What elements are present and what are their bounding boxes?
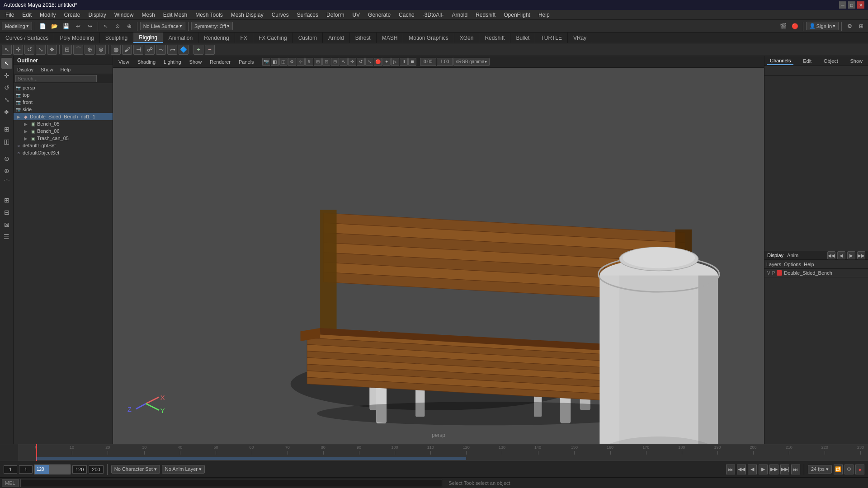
rotate-tool[interactable]: ↺ xyxy=(1,82,12,93)
layers-opt-help[interactable]: Help xyxy=(804,262,814,267)
snap-point-icon[interactable]: ⊕ xyxy=(85,45,94,55)
menu-modify[interactable]: Modify xyxy=(36,11,59,19)
vp-ortho-btn[interactable]: ◫ xyxy=(279,58,288,66)
playback-last-btn[interactable]: ⏭ xyxy=(791,465,800,474)
tab-custom[interactable]: Custom xyxy=(293,33,323,43)
outliner-menu-show[interactable]: Show xyxy=(39,66,55,73)
menu-edit[interactable]: Edit xyxy=(19,11,35,19)
save-btn[interactable]: 💾 xyxy=(61,21,71,31)
fps-dropdown[interactable]: 24 fps ▾ xyxy=(808,465,832,474)
timeline-track[interactable]: 0 10 20 30 40 50 60 70 80 90 1 xyxy=(18,444,868,461)
range-slider[interactable]: 120 xyxy=(34,465,71,474)
vp-bookmark-btn[interactable]: ⊹ xyxy=(297,58,305,66)
vp-ipr-btn[interactable]: ▷ xyxy=(391,58,399,66)
start-frame-display[interactable]: 1 xyxy=(19,465,33,474)
tab-bifrost[interactable]: Bifrost xyxy=(350,33,377,43)
auto-key-btn[interactable]: ● xyxy=(855,465,864,474)
right-tab-channels[interactable]: Channels xyxy=(767,57,793,65)
menu-uv[interactable]: UV xyxy=(349,11,363,19)
vp-stop-btn[interactable]: ⏹ xyxy=(408,58,416,66)
redo-btn[interactable]: ↪ xyxy=(85,21,95,31)
rotate-icon[interactable]: ↺ xyxy=(24,45,34,55)
playback-settings-btn[interactable]: ⚙ xyxy=(844,465,854,474)
mirror-icon[interactable]: ⊣ xyxy=(133,45,143,55)
ik-icon[interactable]: ⊶ xyxy=(167,45,177,55)
display-layers-tool[interactable]: ⊞ xyxy=(1,195,12,206)
timeline-area[interactable]: 0 10 20 30 40 50 60 70 80 90 1 xyxy=(0,444,868,461)
minus-icon[interactable]: − xyxy=(205,45,215,55)
menu-mesh[interactable]: Mesh xyxy=(138,11,158,19)
select-tool-btn[interactable]: ↖ xyxy=(101,21,111,31)
vp-grid-btn[interactable]: # xyxy=(305,58,313,66)
vp-hud-btn[interactable]: ⊞ xyxy=(314,58,322,66)
quick-layout-btn[interactable]: ⊞ xyxy=(856,21,866,31)
menu-3dtoa[interactable]: -3DtoAll- xyxy=(419,11,448,19)
tab-poly-modeling[interactable]: Poly Modeling xyxy=(54,33,99,43)
outliner-item-bench06[interactable]: ▶ ▣ Bench_06 xyxy=(14,127,113,135)
no-character-dropdown[interactable]: No Character Set ▾ xyxy=(111,465,160,474)
vp-frame-sel-btn[interactable]: ⊟ xyxy=(331,58,339,66)
settings-btn[interactable]: ⚙ xyxy=(844,21,854,31)
loop-btn[interactable]: 🔁 xyxy=(834,465,843,474)
max-frame-display[interactable]: 200 xyxy=(89,465,103,474)
vp-viewport2-btn[interactable]: ✦ xyxy=(382,58,391,66)
soft-sel-icon[interactable]: ◍ xyxy=(111,45,121,55)
mel-input[interactable] xyxy=(20,479,443,487)
current-frame-display[interactable]: 1 xyxy=(4,465,17,474)
close-button[interactable]: ✕ xyxy=(857,1,864,9)
layers-nav-last[interactable]: ▶▶ xyxy=(857,251,865,259)
outliner-item-bench-group[interactable]: ▶ ◆ Double_Sided_Bench_ncl1_1 xyxy=(14,113,113,120)
select-tool[interactable]: ↖ xyxy=(1,58,12,69)
render-layers-tool[interactable]: ⊟ xyxy=(1,207,12,218)
end-frame-display[interactable]: 120 xyxy=(72,465,87,474)
vp-select-btn[interactable]: ↖ xyxy=(340,58,348,66)
playback-first-btn[interactable]: ⏮ xyxy=(726,465,735,474)
vp-menu-panels[interactable]: Panels xyxy=(236,58,257,66)
snap-surface-icon[interactable]: ⊗ xyxy=(96,45,106,55)
move-icon[interactable]: ✛ xyxy=(13,45,23,55)
vp-menu-renderer[interactable]: Renderer xyxy=(207,58,233,66)
open-btn[interactable]: 📂 xyxy=(50,21,60,31)
lasso-btn[interactable]: ⊙ xyxy=(113,21,123,31)
tab-mash[interactable]: MASH xyxy=(377,33,404,43)
rig-icon[interactable]: ☍ xyxy=(145,45,155,55)
layers-opt-options[interactable]: Options xyxy=(784,262,801,267)
move-tool[interactable]: ✛ xyxy=(1,70,12,81)
snap-grid-icon[interactable]: ⊞ xyxy=(62,45,72,55)
vp-cam-btn[interactable]: 📷 xyxy=(262,58,270,66)
menu-surfaces[interactable]: Surfaces xyxy=(293,11,322,19)
plus-icon[interactable]: + xyxy=(193,45,203,55)
outliner-item-side[interactable]: 📷 side xyxy=(14,106,113,113)
right-tab-edit[interactable]: Edit xyxy=(800,57,814,65)
sign-in-btn[interactable]: 👤 Sign In ▾ xyxy=(806,22,839,30)
vp-pause-btn[interactable]: ⏸ xyxy=(400,58,408,66)
outliner-item-trash[interactable]: ▶ ▣ Trash_can_05 xyxy=(14,135,113,142)
menu-mesh-display[interactable]: Mesh Display xyxy=(227,11,267,19)
outliner-item-bench05[interactable]: ▶ ▣ Bench_05 xyxy=(14,120,113,127)
menu-create[interactable]: Create xyxy=(60,11,84,19)
tab-arnold[interactable]: Arnold xyxy=(323,33,350,43)
viewport-canvas[interactable]: X Y Z persp xyxy=(113,68,764,444)
show-manip-tool[interactable]: ◫ xyxy=(1,136,12,147)
vp-cam-attr-btn[interactable]: ⚙ xyxy=(288,58,296,66)
vp-rotate-btn[interactable]: ↺ xyxy=(357,58,365,66)
menu-generate[interactable]: Generate xyxy=(364,11,394,19)
menu-deform[interactable]: Deform xyxy=(323,11,348,19)
mel-label[interactable]: MEL xyxy=(2,479,19,487)
no-live-surface-btn[interactable]: No Live Surface ▾ xyxy=(140,22,185,30)
set-pivot-tool[interactable]: ⊙ xyxy=(1,153,12,164)
menu-arnold[interactable]: Arnold xyxy=(448,11,471,19)
skin-icon[interactable]: 🔷 xyxy=(179,45,189,55)
mode-dropdown[interactable]: Modeling ▾ xyxy=(2,22,32,30)
outliner-search-input[interactable] xyxy=(15,75,97,82)
menu-edit-mesh[interactable]: Edit Mesh xyxy=(160,11,191,19)
tab-sculpting[interactable]: Sculpting xyxy=(100,33,133,43)
scale-tool[interactable]: ⤡ xyxy=(1,94,12,105)
menu-window[interactable]: Window xyxy=(111,11,137,19)
scale-icon[interactable]: ⤡ xyxy=(36,45,46,55)
vp-frame-all-btn[interactable]: ⊡ xyxy=(322,58,330,66)
playback-prev-key-btn[interactable]: ◀◀ xyxy=(737,465,746,474)
playback-next-key-btn[interactable]: ▶▶| xyxy=(780,465,789,474)
outliner-menu-help[interactable]: Help xyxy=(59,66,73,73)
tab-animation[interactable]: Animation xyxy=(163,33,198,43)
